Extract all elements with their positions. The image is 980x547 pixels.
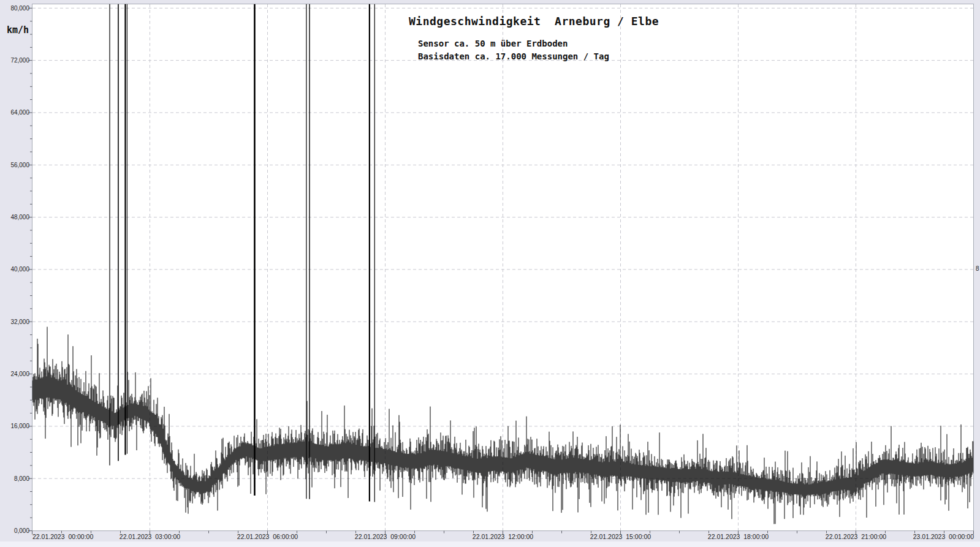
chart-subtitle-basisdaten: Basisdaten ca. 17.000 Messungen / Tag <box>418 51 609 61</box>
x-axis-tick-label: 22.01.2023 03:00:00 <box>120 532 180 541</box>
y-axis-tick-label: 40,000 <box>0 265 29 273</box>
y-axis-tick-label: 32,000 <box>0 318 29 326</box>
y-axis-unit-label: km/h <box>0 25 29 36</box>
x-axis-tick-label: 22.01.2023 00:00:00 <box>32 532 93 541</box>
y-axis-tick-label: 64,000 <box>0 108 29 116</box>
x-axis-tick-label: 23.01.2023 00:00:00 <box>913 532 974 541</box>
x-axis-tick-label: 22.01.2023 09:00:00 <box>355 532 416 541</box>
wind-speed-chart-screen: km/h Windgeschwindigkeit Arneburg / Elbe… <box>0 0 980 547</box>
y-axis-tick-label: 8,000 <box>0 475 29 483</box>
x-axis-tick-label: 22.01.2023 18:00:00 <box>708 532 769 541</box>
right-edge-partial-label: 8 <box>976 265 979 272</box>
chart-title: Windgeschwindigkeit Arneburg / Elbe <box>409 15 659 28</box>
x-axis-tick-label: 22.01.2023 12:00:00 <box>473 532 533 541</box>
bottom-strip <box>0 541 980 547</box>
y-axis-tick-label: 24,000 <box>0 370 29 378</box>
x-axis-tick-label: 22.01.2023 21:00:00 <box>826 532 886 541</box>
x-axis-tick-label: 22.01.2023 15:00:00 <box>590 532 651 541</box>
y-axis-tick-label: 72,000 <box>0 56 29 64</box>
chart-canvas <box>0 0 980 547</box>
y-axis-tick-label: 16,000 <box>0 422 29 430</box>
chart-subtitle-sensor: Sensor ca. 50 m über Erdboden <box>418 39 568 48</box>
y-axis-tick-label: 0,000 <box>0 527 29 535</box>
y-axis-tick-label: 56,000 <box>0 161 29 169</box>
y-axis-tick-label: 48,000 <box>0 213 29 221</box>
y-axis-tick-label: 80,000 <box>0 4 29 12</box>
x-axis-tick-label: 22.01.2023 06:00:00 <box>237 532 298 541</box>
